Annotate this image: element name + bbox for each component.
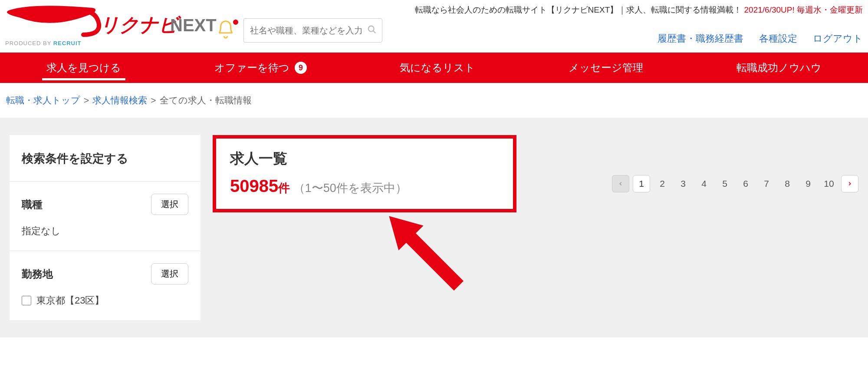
nav-find-jobs[interactable]: 求人を見つける: [42, 53, 125, 83]
breadcrumb-link-search[interactable]: 求人情報検索: [92, 94, 147, 106]
page-prev-button[interactable]: [612, 175, 629, 192]
nav-offers[interactable]: オファーを待つ 9: [210, 53, 311, 83]
link-settings[interactable]: 各種設定: [759, 32, 797, 45]
svg-point-2: [368, 26, 374, 32]
sidebar-title: 検索条件を設定する: [10, 135, 201, 181]
page-1[interactable]: 1: [633, 175, 650, 192]
notification-dot-icon: [232, 19, 239, 26]
page-7[interactable]: 7: [758, 175, 775, 192]
filter-job-value: 指定なし: [22, 225, 188, 238]
results-count-line: 50985件 （1〜50件を表示中）: [230, 176, 499, 196]
svg-marker-4: [389, 216, 464, 291]
svg-text:リクナビ: リクナビ: [100, 14, 181, 35]
page-5[interactable]: 5: [716, 175, 733, 192]
page-10[interactable]: 10: [820, 175, 838, 192]
link-resume[interactable]: 履歴書・職務経歴書: [658, 32, 743, 45]
search-input-container[interactable]: [243, 18, 382, 43]
search-filter-sidebar: 検索条件を設定する 職種 選択 指定なし 勤務地 選択 東京都【23区】: [10, 135, 201, 320]
main-nav: 求人を見つける オファーを待つ 9 気になるリスト メッセージ管理 転職成功ノウ…: [0, 53, 868, 83]
search-input[interactable]: [250, 26, 364, 36]
link-logout[interactable]: ログアウト: [813, 32, 863, 45]
pagination: 1 2 3 4 5 6 7 8 9 10: [612, 175, 858, 192]
svg-text:NEXT: NEXT: [170, 16, 217, 35]
annotation-arrow-icon: [378, 205, 473, 302]
nav-favorites[interactable]: 気になるリスト: [395, 53, 480, 83]
filter-location-label: 勤務地: [22, 267, 53, 281]
site-logo[interactable]: リクナビ NEXT PRODUCED BY RECRUIT: [5, 4, 222, 46]
breadcrumb-current: 全ての求人・転職情報: [160, 94, 252, 106]
page-2[interactable]: 2: [654, 175, 671, 192]
filter-location-checkbox-row[interactable]: 東京都【23区】: [22, 294, 188, 307]
page-3[interactable]: 3: [674, 175, 692, 192]
page-next-button[interactable]: [841, 175, 858, 192]
breadcrumb: 転職・求人トップ > 求人情報検索 > 全ての求人・転職情報: [0, 83, 868, 118]
page-9[interactable]: 9: [799, 175, 817, 192]
page-8[interactable]: 8: [779, 175, 796, 192]
filter-job-label: 職種: [22, 198, 43, 212]
svg-line-3: [373, 31, 376, 33]
page-6[interactable]: 6: [737, 175, 754, 192]
notification-bell-icon[interactable]: [216, 20, 236, 41]
search-icon[interactable]: [367, 25, 377, 36]
filter-location-select-button[interactable]: 選択: [151, 263, 188, 284]
produced-by-text: PRODUCED BY RECRUIT: [5, 40, 222, 46]
nav-offers-badge: 9: [295, 62, 307, 74]
results-summary-box: 求人一覧 50985件 （1〜50件を表示中）: [213, 135, 516, 212]
header-tagline: 転職なら社会人のための転職サイト【リクナビNEXT】｜求人、転職に関する情報満載…: [415, 4, 863, 16]
nav-knowhow[interactable]: 転職成功ノウハウ: [732, 53, 826, 83]
nav-messages[interactable]: メッセージ管理: [564, 53, 648, 83]
filter-job-select-button[interactable]: 選択: [151, 194, 188, 215]
filter-location-checkbox[interactable]: [22, 296, 31, 305]
page-4[interactable]: 4: [695, 175, 713, 192]
breadcrumb-link-top[interactable]: 転職・求人トップ: [6, 94, 80, 106]
results-list-title: 求人一覧: [230, 149, 499, 169]
